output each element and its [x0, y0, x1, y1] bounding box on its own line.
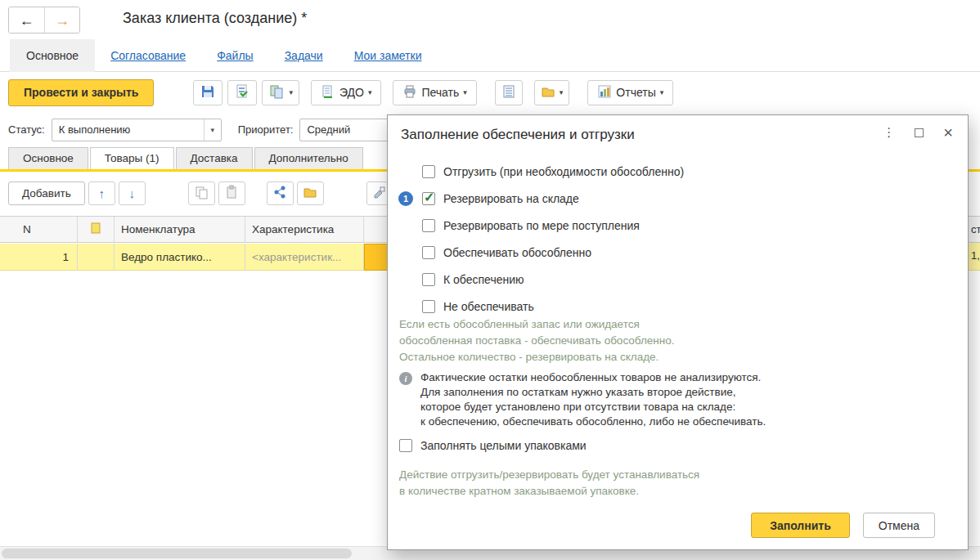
- priority-label: Приоритет:: [238, 123, 294, 136]
- paste-icon: [224, 185, 239, 202]
- nav-tab-tasks[interactable]: Задачи: [285, 49, 323, 62]
- checkbox[interactable]: [422, 192, 435, 205]
- option-reserve-warehouse[interactable]: 1 Резервировать на складе: [388, 185, 968, 212]
- chevron-down-icon: ▾: [289, 88, 293, 96]
- nav-tab-files[interactable]: Файлы: [217, 49, 253, 62]
- option-label: Резервировать по мере поступления: [443, 219, 640, 232]
- paste-row-button[interactable]: [218, 181, 245, 205]
- post-and-close-button[interactable]: Провести и закрыть: [8, 79, 154, 106]
- characteristic-cell[interactable]: <характеристик...: [245, 244, 364, 270]
- create-based-on-button[interactable]: ▾: [262, 80, 299, 105]
- status-select[interactable]: К выполнению ▾: [52, 119, 222, 141]
- close-icon[interactable]: ×: [943, 127, 953, 138]
- status-value: К выполнению: [52, 119, 204, 141]
- more-menu-icon[interactable]: ⋮: [883, 125, 895, 140]
- chevron-down-icon: ▾: [463, 88, 467, 96]
- nav-tab-approval[interactable]: Согласование: [110, 49, 186, 62]
- forward-arrow-icon: →: [55, 12, 70, 29]
- dialog-window-controls: ⋮ ×: [883, 125, 953, 140]
- back-arrow-icon: ←: [20, 12, 34, 29]
- save-icon: [200, 83, 216, 102]
- print-button[interactable]: Печать ▾: [393, 80, 476, 105]
- provision-options: Отгрузить (при необходимости обособленно…: [388, 158, 968, 320]
- column-header-nomenclature[interactable]: Номенклатура: [115, 217, 245, 242]
- structure-button[interactable]: [267, 181, 294, 205]
- option-label: Заполнять целыми упаковками: [420, 439, 587, 452]
- nav-tab-main[interactable]: Основное: [10, 39, 95, 72]
- nav-tab-notes[interactable]: Мои заметки: [354, 49, 422, 62]
- option-label: Обеспечивать обособленно: [443, 246, 591, 259]
- chevron-down-icon: ▾: [660, 88, 664, 96]
- option-provide-separately[interactable]: Обеспечивать обособленно: [388, 239, 968, 266]
- option-to-provision[interactable]: К обеспечению: [388, 266, 968, 293]
- save-button[interactable]: [193, 80, 223, 105]
- reports-label: Отчеты: [616, 86, 655, 99]
- folder-icon: [541, 84, 555, 101]
- chevron-down-icon: ▾: [560, 88, 564, 96]
- cancel-button[interactable]: Отмена: [863, 513, 935, 538]
- folder-icon: [303, 185, 317, 202]
- tab-delivery[interactable]: Доставка: [176, 147, 253, 169]
- option-ship[interactable]: Отгрузить (при необходимости обособленно…: [388, 158, 968, 185]
- print-label: Печать: [421, 86, 459, 99]
- characteristic-placeholder: <характеристик...: [252, 251, 341, 263]
- edo-icon: [321, 84, 335, 101]
- scrollbar-thumb[interactable]: [2, 549, 352, 558]
- share-structure-icon: [272, 185, 287, 202]
- option-reserve-on-receipt[interactable]: Резервировать по мере поступления: [388, 212, 968, 239]
- back-button[interactable]: ←: [9, 7, 44, 33]
- checkbox[interactable]: [422, 219, 435, 232]
- edo-button[interactable]: ЭДО ▾: [311, 80, 382, 105]
- edo-label: ЭДО: [339, 86, 364, 99]
- checkbox[interactable]: [422, 165, 435, 178]
- row-number-cell[interactable]: 1: [0, 244, 78, 270]
- checkbox[interactable]: [422, 273, 435, 286]
- tab-main[interactable]: Основное: [8, 147, 88, 169]
- open-catalog-button[interactable]: [297, 181, 324, 205]
- maximize-icon[interactable]: [915, 128, 924, 137]
- chevron-down-icon: ▾: [368, 88, 372, 96]
- active-edit-cell[interactable]: [364, 244, 388, 271]
- move-up-button[interactable]: ↑: [88, 181, 115, 205]
- arrow-up-icon: ↑: [98, 186, 105, 200]
- tab-goods[interactable]: Товары (1): [90, 147, 174, 169]
- move-down-button[interactable]: ↓: [119, 181, 146, 205]
- checkbox[interactable]: [422, 246, 435, 259]
- checkbox[interactable]: [399, 439, 412, 452]
- fill-whole-packs-option[interactable]: Заполнять целыми упаковками: [399, 439, 587, 452]
- option-label: К обеспечению: [443, 273, 524, 286]
- status-label: Статус:: [8, 123, 45, 136]
- page-title: Заказ клиента (создание) *: [123, 10, 307, 27]
- register-records-button[interactable]: [495, 80, 523, 105]
- column-header-characteristic[interactable]: Характеристика: [245, 217, 364, 242]
- chevron-down-icon[interactable]: ▾: [204, 119, 221, 141]
- history-nav-group: ← →: [8, 7, 80, 34]
- forward-button[interactable]: →: [44, 7, 79, 33]
- arrow-down-icon: ↓: [128, 186, 135, 200]
- chart-icon: [597, 84, 612, 101]
- create-based-on-icon: [268, 83, 285, 102]
- document-page-icon: [91, 222, 101, 236]
- fill-button[interactable]: Заполнить: [751, 513, 850, 538]
- option-label: Не обеспечивать: [443, 300, 534, 313]
- register-list-icon: [501, 84, 516, 101]
- option-label: Отгрузить (при необходимости обособленно…: [443, 165, 684, 178]
- top-bar: ← → Заказ клиента (создание) *: [0, 0, 980, 39]
- row-icon-cell[interactable]: [78, 244, 115, 270]
- checkbox[interactable]: [422, 300, 435, 313]
- clipped-column-header: ст: [970, 216, 980, 243]
- tab-additional[interactable]: Дополнительно: [254, 147, 363, 169]
- copy-row-button[interactable]: [188, 181, 215, 205]
- post-document-button[interactable]: [227, 80, 257, 105]
- attachments-button[interactable]: ▾: [534, 80, 570, 105]
- column-header-n[interactable]: N: [0, 217, 78, 242]
- clipped-right-column: ст 1,: [970, 216, 980, 270]
- info-icon: i: [399, 372, 412, 385]
- provision-hint: Если есть обособленный запас или ожидает…: [399, 316, 674, 365]
- column-header-row-icon[interactable]: [78, 217, 115, 242]
- order-badge: 1: [398, 191, 413, 206]
- add-row-button[interactable]: Добавить: [8, 181, 85, 205]
- command-bar: Провести и закрыть ▾ ЭДО ▾ Печать ▾ ▾: [0, 73, 980, 112]
- reports-button[interactable]: Отчеты ▾: [587, 80, 673, 105]
- nomenclature-cell[interactable]: Ведро пластико...: [115, 244, 245, 270]
